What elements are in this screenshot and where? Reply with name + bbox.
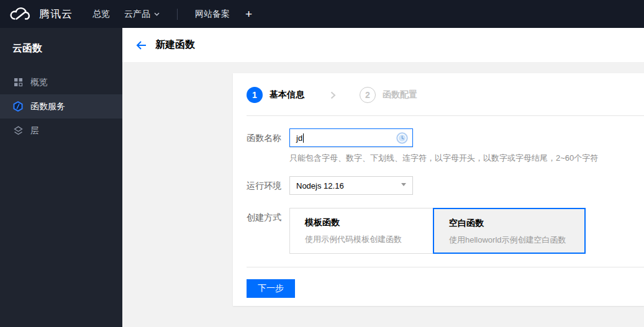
step-1-circle: 1 [247,87,263,103]
page-title: 新建函数 [155,38,195,52]
method-desc: 使用helloworld示例创建空白函数 [449,235,584,246]
sidebar-item-label: 层 [30,125,39,137]
select-caret-icon [401,183,406,186]
layers-icon [12,125,24,137]
sidebar-item-label: 概览 [30,77,48,88]
form-row-runtime: 运行环境 Nodejs 12.16 [233,176,644,195]
sidebar-item-layers[interactable]: 层 [0,119,122,143]
chevron-down-icon [154,12,160,16]
sidebar: 云函数 概览 函数服务 层 [0,28,122,327]
step-1-label: 基本信息 [270,89,304,101]
create-function-card: 1 基本信息 2 函数配置 函数名称 jd [233,73,644,306]
tencent-cloud-logo[interactable]: 腾讯云 [0,6,73,22]
nav-item-overview[interactable]: 总览 [93,9,110,20]
method-label: 创建方式 [247,208,289,254]
runtime-label: 运行环境 [247,176,289,195]
step-2-label: 函数配置 [383,89,417,101]
method-cards: 模板函数 使用示例代码模板创建函数 空白函数 使用helloworld示例创建空… [289,208,586,254]
next-step-button[interactable]: 下一步 [247,279,295,298]
nav-item-icp[interactable]: 网站备案 [195,9,230,20]
page-header: 新建函数 [122,28,644,62]
sidebar-item-overview[interactable]: 概览 [0,70,122,94]
step-chevron-icon [330,91,336,99]
nav-item-cloud-products[interactable]: 云产品 [124,9,160,20]
method-card-blank[interactable]: 空白函数 使用helloworld示例创建空白函数 [433,208,586,254]
product-title: 云函数 [0,28,122,70]
grid-icon [12,77,24,88]
name-label: 函数名称 [247,128,289,164]
form-row-name: 函数名称 jd 只能包含字母、数字、下划线、连字符，以字母开头，以数字或字母结尾… [233,128,644,164]
step-2-circle: 2 [360,87,376,103]
brand-name: 腾讯云 [39,7,73,21]
method-desc: 使用示例代码模板创建函数 [305,234,433,245]
validating-clock-icon [396,132,408,146]
steps-divider [247,115,644,116]
text-cursor [303,133,304,143]
form-row-method: 创建方式 模板函数 使用示例代码模板创建函数 空白函数 使用helloworld… [233,208,644,254]
content-area: 1 基本信息 2 函数配置 函数名称 jd [122,62,644,327]
back-button[interactable] [136,40,147,50]
add-tab-button[interactable]: + [245,7,252,21]
nav-menu: 总览 云产品 网站备案 + [93,7,252,21]
method-title: 空白函数 [449,218,584,229]
sidebar-item-function-service[interactable]: 函数服务 [0,94,122,119]
method-title: 模板函数 [305,217,433,228]
footer-divider [247,267,644,267]
nav-divider [177,9,178,20]
top-navbar: 腾讯云 总览 云产品 网站备案 + [0,0,644,28]
runtime-select[interactable]: Nodejs 12.16 [289,176,413,195]
method-card-template[interactable]: 模板函数 使用示例代码模板创建函数 [289,208,433,254]
sidebar-item-label: 函数服务 [30,101,65,112]
wizard-steps: 1 基本信息 2 函数配置 [233,73,644,103]
function-name-input[interactable]: jd [289,128,413,147]
name-help-text: 只能包含字母、数字、下划线、连字符，以字母开头，以数字或字母结尾，2~60个字符 [289,153,598,164]
cloud-logo-icon [9,6,34,22]
scf-hexagon-icon [12,101,24,112]
